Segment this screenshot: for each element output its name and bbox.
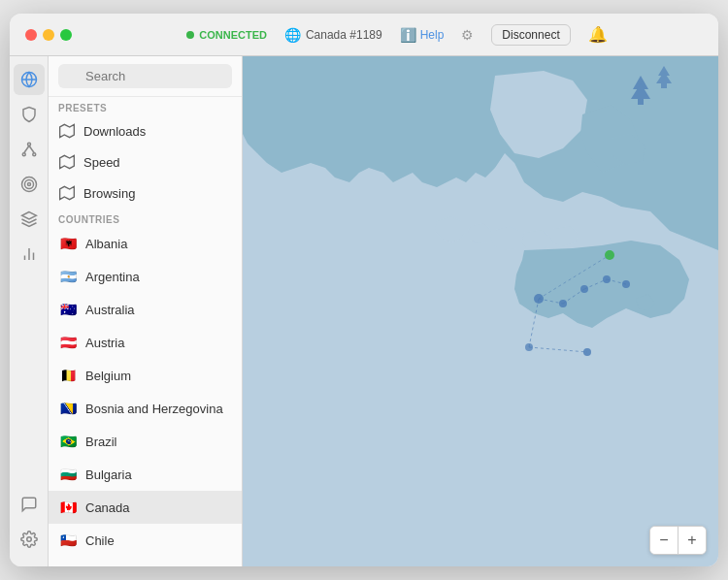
country-list-panel: 🔍 Presets Downloads	[49, 56, 243, 566]
nav-map[interactable]	[14, 64, 45, 95]
country-austria-label: Austria	[85, 336, 124, 350]
country-colombia[interactable]: 🇨🇴 Colombia	[49, 557, 242, 566]
flag-canada: 🇨🇦	[58, 498, 78, 517]
search-input[interactable]	[58, 64, 232, 88]
svg-point-9	[27, 183, 30, 186]
help-label: Help	[420, 28, 445, 42]
preset-browsing-label: Browsing	[83, 186, 135, 201]
svg-marker-16	[60, 155, 75, 168]
titlebar: CONNECTED 🌐 Canada #1189 ℹ️ Help ⚙ Disco…	[10, 14, 718, 56]
country-belgium[interactable]: 🇧🇪 Belgium	[49, 359, 242, 392]
map-svg	[243, 56, 718, 566]
svg-rect-39	[661, 83, 667, 88]
country-bulgaria-label: Bulgaria	[85, 467, 132, 482]
country-bosnia-label: Bosnia and Herzegovina	[85, 402, 223, 416]
country-canada[interactable]: 🇨🇦 Canada	[49, 491, 242, 524]
country-canada-label: Canada	[85, 500, 130, 515]
country-chile[interactable]: 🇨🇱 Chile	[49, 524, 242, 557]
country-albania[interactable]: 🇦🇱 Albania	[49, 227, 242, 260]
country-bosnia[interactable]: 🇧🇦 Bosnia and Herzegovina	[49, 392, 242, 425]
svg-point-4	[32, 153, 35, 156]
map-area: − +	[243, 56, 718, 566]
flag-australia: 🇦🇺	[58, 300, 78, 319]
notification-icon[interactable]: 🔔	[588, 25, 608, 44]
flag-bosnia: 🇧🇦	[58, 399, 78, 418]
speed-icon	[58, 153, 76, 171]
flag-albania: 🇦🇱	[58, 234, 78, 253]
svg-point-14	[26, 537, 31, 542]
list-scroll[interactable]: Presets Downloads Speed	[49, 97, 242, 566]
flag-austria: 🇦🇹	[58, 333, 78, 352]
app-window: CONNECTED 🌐 Canada #1189 ℹ️ Help ⚙ Disco…	[10, 14, 718, 566]
flag-bulgaria: 🇧🇬	[58, 465, 78, 484]
country-argentina[interactable]: 🇦🇷 Argentina	[49, 260, 242, 293]
titlebar-center: CONNECTED 🌐 Canada #1189 ℹ️ Help ⚙ Disco…	[91, 24, 703, 46]
zoom-controls: − +	[649, 526, 707, 555]
country-brazil-label: Brazil	[85, 435, 117, 449]
country-austria[interactable]: 🇦🇹 Austria	[49, 326, 242, 359]
connection-status: CONNECTED	[186, 29, 267, 41]
search-box: 🔍	[49, 56, 242, 97]
svg-marker-15	[60, 124, 75, 137]
nav-network[interactable]	[14, 134, 45, 165]
country-albania-label: Albania	[85, 237, 127, 251]
server-label: Canada #1189	[306, 28, 382, 42]
preset-speed-label: Speed	[83, 155, 120, 170]
maximize-button[interactable]	[60, 29, 72, 41]
downloads-icon	[58, 122, 76, 140]
countries-section-label: Countries	[49, 209, 242, 227]
country-brazil[interactable]: 🇧🇷 Brazil	[49, 425, 242, 458]
country-bulgaria[interactable]: 🇧🇬 Bulgaria	[49, 458, 242, 491]
minimize-button[interactable]	[43, 29, 54, 41]
flag-belgium: 🇧🇪	[58, 366, 78, 385]
nav-settings[interactable]	[14, 524, 45, 555]
country-australia[interactable]: 🇦🇺 Australia	[49, 293, 242, 326]
flag-chile: 🇨🇱	[58, 531, 78, 550]
flag-brazil: 🇧🇷	[58, 432, 78, 451]
help-button[interactable]: ℹ️ Help	[400, 27, 445, 43]
browsing-icon	[58, 184, 76, 202]
country-argentina-label: Argentina	[85, 270, 140, 284]
zoom-out-button[interactable]: −	[650, 527, 678, 554]
preset-speed[interactable]: Speed	[49, 146, 242, 177]
nav-layers[interactable]	[14, 204, 45, 235]
flag-argentina: 🇦🇷	[58, 267, 78, 286]
connected-label: CONNECTED	[199, 29, 267, 41]
country-chile-label: Chile	[85, 533, 115, 548]
country-colombia-label: Colombia	[85, 566, 139, 567]
svg-rect-36	[638, 99, 644, 105]
disconnect-button[interactable]: Disconnect	[491, 24, 570, 46]
svg-line-6	[29, 145, 34, 153]
svg-point-8	[24, 180, 33, 189]
traffic-lights	[25, 29, 72, 41]
svg-point-2	[27, 143, 30, 145]
svg-marker-17	[60, 186, 75, 199]
country-belgium-label: Belgium	[85, 369, 131, 383]
nav-support[interactable]	[14, 489, 45, 520]
preset-downloads-label: Downloads	[83, 124, 146, 139]
sidebar-bottom	[14, 489, 45, 566]
server-info: 🌐 Canada #1189	[284, 27, 382, 43]
sidebar-icons	[10, 56, 49, 566]
country-australia-label: Australia	[85, 303, 135, 317]
preset-downloads[interactable]: Downloads	[49, 115, 242, 146]
zoom-in-button[interactable]: +	[678, 527, 706, 554]
search-wrapper: 🔍	[58, 64, 232, 88]
nav-target[interactable]	[14, 169, 45, 200]
connected-dot	[186, 31, 194, 39]
flag-colombia: 🇨🇴	[58, 564, 78, 566]
preset-browsing[interactable]: Browsing	[49, 177, 242, 209]
nav-stats[interactable]	[14, 239, 45, 270]
presets-section-label: Presets	[49, 97, 242, 115]
settings-icon[interactable]: ⚙	[461, 27, 474, 43]
main-content: 🔍 Presets Downloads	[10, 56, 718, 566]
svg-point-3	[22, 153, 25, 156]
svg-line-5	[23, 145, 28, 153]
svg-marker-10	[21, 212, 36, 220]
nav-shield[interactable]	[14, 99, 45, 130]
close-button[interactable]	[25, 29, 37, 41]
